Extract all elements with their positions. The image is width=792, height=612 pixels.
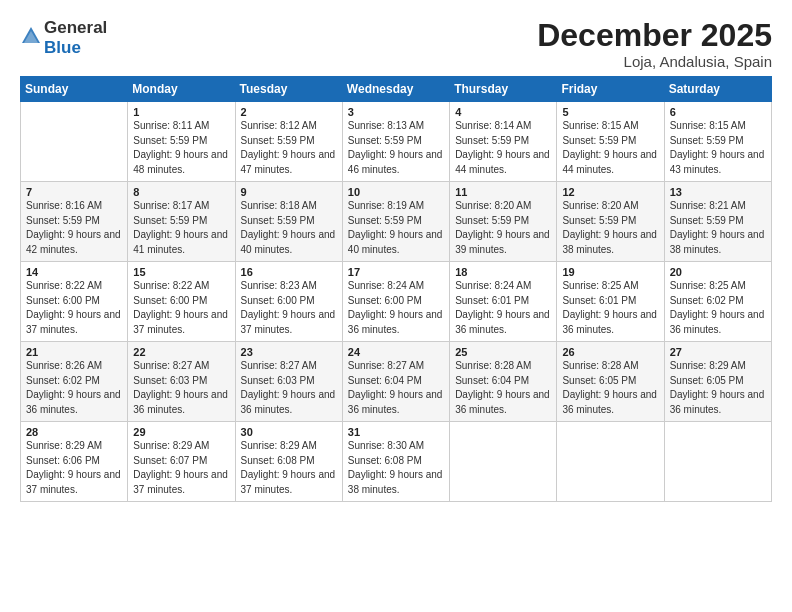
calendar-body: 1Sunrise: 8:11 AMSunset: 5:59 PMDaylight… (21, 102, 772, 502)
day-number: 9 (241, 186, 338, 198)
weekday-header-thursday: Thursday (450, 77, 557, 102)
day-cell (557, 422, 664, 502)
day-cell: 18Sunrise: 8:24 AMSunset: 6:01 PMDayligh… (450, 262, 557, 342)
day-info: Sunrise: 8:17 AMSunset: 5:59 PMDaylight:… (133, 199, 230, 257)
day-info: Sunrise: 8:19 AMSunset: 5:59 PMDaylight:… (348, 199, 445, 257)
logo-text: General Blue (44, 18, 107, 58)
day-info: Sunrise: 8:11 AMSunset: 5:59 PMDaylight:… (133, 119, 230, 177)
day-number: 6 (670, 106, 767, 118)
day-cell: 6Sunrise: 8:15 AMSunset: 5:59 PMDaylight… (664, 102, 771, 182)
day-number: 15 (133, 266, 230, 278)
day-number: 25 (455, 346, 552, 358)
day-info: Sunrise: 8:28 AMSunset: 6:05 PMDaylight:… (562, 359, 659, 417)
day-cell: 8Sunrise: 8:17 AMSunset: 5:59 PMDaylight… (128, 182, 235, 262)
day-info: Sunrise: 8:26 AMSunset: 6:02 PMDaylight:… (26, 359, 123, 417)
day-info: Sunrise: 8:25 AMSunset: 6:01 PMDaylight:… (562, 279, 659, 337)
day-number: 21 (26, 346, 123, 358)
day-cell: 1Sunrise: 8:11 AMSunset: 5:59 PMDaylight… (128, 102, 235, 182)
day-cell: 28Sunrise: 8:29 AMSunset: 6:06 PMDayligh… (21, 422, 128, 502)
day-info: Sunrise: 8:18 AMSunset: 5:59 PMDaylight:… (241, 199, 338, 257)
day-info: Sunrise: 8:29 AMSunset: 6:06 PMDaylight:… (26, 439, 123, 497)
day-cell: 11Sunrise: 8:20 AMSunset: 5:59 PMDayligh… (450, 182, 557, 262)
day-number: 3 (348, 106, 445, 118)
day-number: 19 (562, 266, 659, 278)
day-number: 29 (133, 426, 230, 438)
day-info: Sunrise: 8:27 AMSunset: 6:03 PMDaylight:… (241, 359, 338, 417)
day-number: 26 (562, 346, 659, 358)
day-cell: 22Sunrise: 8:27 AMSunset: 6:03 PMDayligh… (128, 342, 235, 422)
day-number: 18 (455, 266, 552, 278)
day-info: Sunrise: 8:28 AMSunset: 6:04 PMDaylight:… (455, 359, 552, 417)
day-info: Sunrise: 8:24 AMSunset: 6:00 PMDaylight:… (348, 279, 445, 337)
day-cell: 17Sunrise: 8:24 AMSunset: 6:00 PMDayligh… (342, 262, 449, 342)
day-info: Sunrise: 8:12 AMSunset: 5:59 PMDaylight:… (241, 119, 338, 177)
day-cell: 5Sunrise: 8:15 AMSunset: 5:59 PMDaylight… (557, 102, 664, 182)
logo: General Blue (20, 18, 107, 58)
day-number: 2 (241, 106, 338, 118)
day-number: 31 (348, 426, 445, 438)
day-info: Sunrise: 8:27 AMSunset: 6:04 PMDaylight:… (348, 359, 445, 417)
day-cell: 24Sunrise: 8:27 AMSunset: 6:04 PMDayligh… (342, 342, 449, 422)
day-number: 7 (26, 186, 123, 198)
day-cell: 26Sunrise: 8:28 AMSunset: 6:05 PMDayligh… (557, 342, 664, 422)
weekday-header-sunday: Sunday (21, 77, 128, 102)
weekday-header-friday: Friday (557, 77, 664, 102)
day-cell: 10Sunrise: 8:19 AMSunset: 5:59 PMDayligh… (342, 182, 449, 262)
week-row-0: 1Sunrise: 8:11 AMSunset: 5:59 PMDaylight… (21, 102, 772, 182)
day-number: 5 (562, 106, 659, 118)
day-number: 23 (241, 346, 338, 358)
day-cell: 4Sunrise: 8:14 AMSunset: 5:59 PMDaylight… (450, 102, 557, 182)
day-number: 22 (133, 346, 230, 358)
logo-icon (20, 25, 42, 47)
day-cell: 25Sunrise: 8:28 AMSunset: 6:04 PMDayligh… (450, 342, 557, 422)
day-cell: 9Sunrise: 8:18 AMSunset: 5:59 PMDaylight… (235, 182, 342, 262)
day-cell: 19Sunrise: 8:25 AMSunset: 6:01 PMDayligh… (557, 262, 664, 342)
day-cell (450, 422, 557, 502)
weekday-header-tuesday: Tuesday (235, 77, 342, 102)
day-number: 14 (26, 266, 123, 278)
day-cell: 30Sunrise: 8:29 AMSunset: 6:08 PMDayligh… (235, 422, 342, 502)
month-title: December 2025 (537, 18, 772, 53)
day-cell: 27Sunrise: 8:29 AMSunset: 6:05 PMDayligh… (664, 342, 771, 422)
day-number: 8 (133, 186, 230, 198)
day-info: Sunrise: 8:14 AMSunset: 5:59 PMDaylight:… (455, 119, 552, 177)
day-number: 4 (455, 106, 552, 118)
title-block: December 2025 Loja, Andalusia, Spain (537, 18, 772, 70)
day-number: 10 (348, 186, 445, 198)
day-info: Sunrise: 8:15 AMSunset: 5:59 PMDaylight:… (562, 119, 659, 177)
day-cell (21, 102, 128, 182)
day-cell: 3Sunrise: 8:13 AMSunset: 5:59 PMDaylight… (342, 102, 449, 182)
calendar-table: SundayMondayTuesdayWednesdayThursdayFrid… (20, 76, 772, 502)
day-info: Sunrise: 8:29 AMSunset: 6:05 PMDaylight:… (670, 359, 767, 417)
day-number: 11 (455, 186, 552, 198)
day-cell: 23Sunrise: 8:27 AMSunset: 6:03 PMDayligh… (235, 342, 342, 422)
day-info: Sunrise: 8:27 AMSunset: 6:03 PMDaylight:… (133, 359, 230, 417)
day-cell: 2Sunrise: 8:12 AMSunset: 5:59 PMDaylight… (235, 102, 342, 182)
day-info: Sunrise: 8:24 AMSunset: 6:01 PMDaylight:… (455, 279, 552, 337)
weekday-header-saturday: Saturday (664, 77, 771, 102)
day-info: Sunrise: 8:22 AMSunset: 6:00 PMDaylight:… (26, 279, 123, 337)
header: General Blue December 2025 Loja, Andalus… (20, 18, 772, 70)
day-cell: 20Sunrise: 8:25 AMSunset: 6:02 PMDayligh… (664, 262, 771, 342)
day-info: Sunrise: 8:25 AMSunset: 6:02 PMDaylight:… (670, 279, 767, 337)
day-number: 16 (241, 266, 338, 278)
day-cell: 29Sunrise: 8:29 AMSunset: 6:07 PMDayligh… (128, 422, 235, 502)
weekday-header-wednesday: Wednesday (342, 77, 449, 102)
day-info: Sunrise: 8:13 AMSunset: 5:59 PMDaylight:… (348, 119, 445, 177)
day-info: Sunrise: 8:22 AMSunset: 6:00 PMDaylight:… (133, 279, 230, 337)
logo-blue: Blue (44, 38, 81, 57)
week-row-2: 14Sunrise: 8:22 AMSunset: 6:00 PMDayligh… (21, 262, 772, 342)
day-info: Sunrise: 8:15 AMSunset: 5:59 PMDaylight:… (670, 119, 767, 177)
week-row-1: 7Sunrise: 8:16 AMSunset: 5:59 PMDaylight… (21, 182, 772, 262)
calendar-container: General Blue December 2025 Loja, Andalus… (0, 0, 792, 512)
day-info: Sunrise: 8:21 AMSunset: 5:59 PMDaylight:… (670, 199, 767, 257)
day-number: 27 (670, 346, 767, 358)
weekday-header-monday: Monday (128, 77, 235, 102)
day-number: 12 (562, 186, 659, 198)
day-info: Sunrise: 8:30 AMSunset: 6:08 PMDaylight:… (348, 439, 445, 497)
day-info: Sunrise: 8:20 AMSunset: 5:59 PMDaylight:… (455, 199, 552, 257)
day-number: 17 (348, 266, 445, 278)
location-title: Loja, Andalusia, Spain (537, 53, 772, 70)
day-cell: 15Sunrise: 8:22 AMSunset: 6:00 PMDayligh… (128, 262, 235, 342)
day-cell: 31Sunrise: 8:30 AMSunset: 6:08 PMDayligh… (342, 422, 449, 502)
